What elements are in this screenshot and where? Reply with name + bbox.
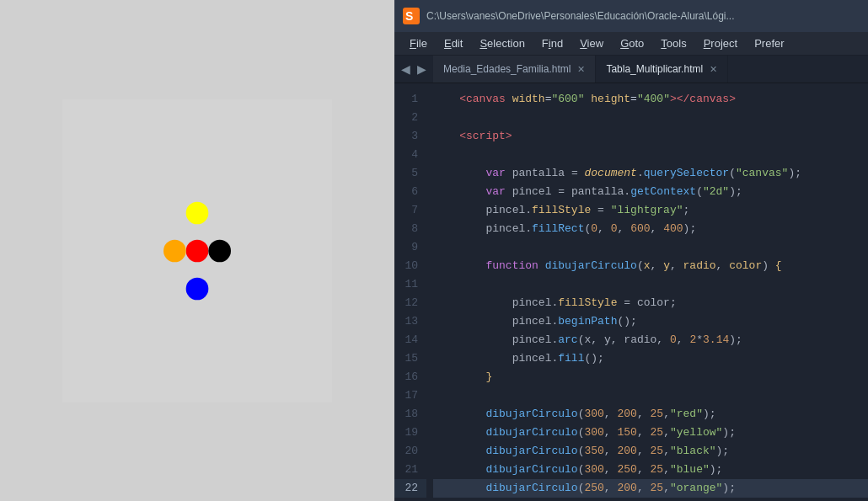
- code-line-4: [433, 146, 868, 164]
- title-bar-path: C:\Users\vanes\OneDrive\Personales\Educa…: [426, 10, 735, 22]
- menu-bar: File Edit Selection Find View Goto Tools…: [394, 32, 868, 56]
- code-line-23: </script>: [433, 498, 868, 501]
- code-line-3: <script>: [433, 127, 868, 146]
- editor-panel: S C:\Users\vanes\OneDrive\Personales\Edu…: [394, 0, 868, 501]
- code-line-2: [433, 109, 868, 127]
- code-line-6: var pincel = pantalla.getContext("2d");: [433, 183, 868, 201]
- code-line-8: pincel.fillRect(0, 0, 600, 400);: [433, 220, 868, 238]
- code-line-20: dibujarCirculo(350, 200, 25,"black");: [433, 442, 868, 461]
- sublime-icon: S: [403, 8, 420, 24]
- line-num-16: 16: [394, 368, 426, 386]
- tab-tabla-multiplicar[interactable]: Tabla_Multiplicar.html ✕: [596, 56, 728, 83]
- code-line-1: <canvas width="600" height="400"></canva…: [433, 90, 868, 109]
- code-line-11: [433, 275, 868, 294]
- code-area: 1 2 3 4 5 6 7 8 9 10 11 12 13 14 15 16 1…: [394, 83, 868, 501]
- tab-next-button[interactable]: ▶: [414, 59, 430, 79]
- line-num-12: 12: [394, 294, 426, 312]
- line-num-14: 14: [394, 331, 426, 349]
- line-num-13: 13: [394, 312, 426, 331]
- tab-media-edades[interactable]: Media_Edades_Familia.html ✕: [433, 56, 596, 83]
- menu-prefer[interactable]: Prefer: [747, 35, 790, 52]
- code-line-22: dibujarCirculo(250, 200, 25,"orange");: [433, 479, 868, 498]
- code-line-21: dibujarCirculo(300, 250, 25,"blue");: [433, 461, 868, 479]
- line-num-7: 7: [394, 201, 426, 220]
- code-line-7: pincel.fillStyle = "lightgray";: [433, 201, 868, 220]
- line-num-1: 1: [394, 90, 426, 109]
- code-line-13: pincel.beginPath();: [433, 312, 868, 331]
- menu-edit[interactable]: Edit: [437, 35, 469, 52]
- line-num-9: 9: [394, 238, 426, 257]
- tab-tabla-multiplicar-label: Tabla_Multiplicar.html: [606, 63, 703, 75]
- tab-tabla-multiplicar-close[interactable]: ✕: [710, 64, 717, 75]
- tab-nav-buttons: ◀ ▶: [394, 59, 433, 79]
- line-num-8: 8: [394, 220, 426, 238]
- tab-media-edades-label: Media_Edades_Familia.html: [443, 63, 571, 75]
- code-line-19: dibujarCirculo(300, 150, 25,"yellow");: [433, 424, 868, 442]
- tab-prev-button[interactable]: ◀: [398, 59, 414, 79]
- canvas-preview-panel: [0, 0, 394, 501]
- menu-view[interactable]: View: [573, 35, 610, 52]
- line-num-15: 15: [394, 349, 426, 368]
- preview-canvas: [62, 99, 332, 402]
- code-line-15: pincel.fill();: [433, 349, 868, 368]
- line-num-11: 11: [394, 275, 426, 294]
- line-num-20: 20: [394, 442, 426, 461]
- code-lines[interactable]: <canvas width="600" height="400"></canva…: [426, 83, 868, 501]
- menu-project[interactable]: Project: [697, 35, 744, 52]
- line-num-2: 2: [394, 109, 426, 127]
- line-num-3: 3: [394, 127, 426, 146]
- code-line-16: }: [433, 368, 868, 386]
- tab-bar: ◀ ▶ Media_Edades_Familia.html ✕ Tabla_Mu…: [394, 56, 868, 83]
- line-num-17: 17: [394, 386, 426, 405]
- line-numbers: 1 2 3 4 5 6 7 8 9 10 11 12 13 14 15 16 1…: [394, 83, 426, 501]
- code-line-17: [433, 386, 868, 405]
- line-num-4: 4: [394, 146, 426, 164]
- code-line-10: function dibujarCirculo(x, y, radio, col…: [433, 257, 868, 275]
- path-text: C:\Users\vanes\OneDrive\Personales\Educa…: [426, 10, 735, 22]
- code-line-12: pincel.fillStyle = color;: [433, 294, 868, 312]
- line-num-23: 23: [394, 498, 426, 501]
- line-num-21: 21: [394, 461, 426, 479]
- menu-selection[interactable]: Selection: [473, 35, 531, 52]
- line-num-5: 5: [394, 164, 426, 183]
- title-bar: S C:\Users\vanes\OneDrive\Personales\Edu…: [394, 0, 868, 32]
- menu-file[interactable]: File: [403, 35, 434, 52]
- tab-media-edades-close[interactable]: ✕: [577, 64, 585, 75]
- code-line-5: var pantalla = document.querySelector("c…: [433, 164, 868, 183]
- code-line-18: dibujarCirculo(300, 200, 25,"red");: [433, 405, 868, 424]
- menu-goto[interactable]: Goto: [613, 35, 651, 52]
- line-num-19: 19: [394, 424, 426, 442]
- line-num-18: 18: [394, 405, 426, 424]
- line-num-6: 6: [394, 183, 426, 201]
- menu-tools[interactable]: Tools: [654, 35, 693, 52]
- line-num-22: 22: [394, 479, 426, 498]
- line-num-10: 10: [394, 257, 426, 275]
- menu-find[interactable]: Find: [535, 35, 570, 52]
- code-line-14: pincel.arc(x, y, radio, 0, 2*3.14);: [433, 331, 868, 349]
- code-line-9: [433, 238, 868, 257]
- svg-text:S: S: [405, 9, 413, 23]
